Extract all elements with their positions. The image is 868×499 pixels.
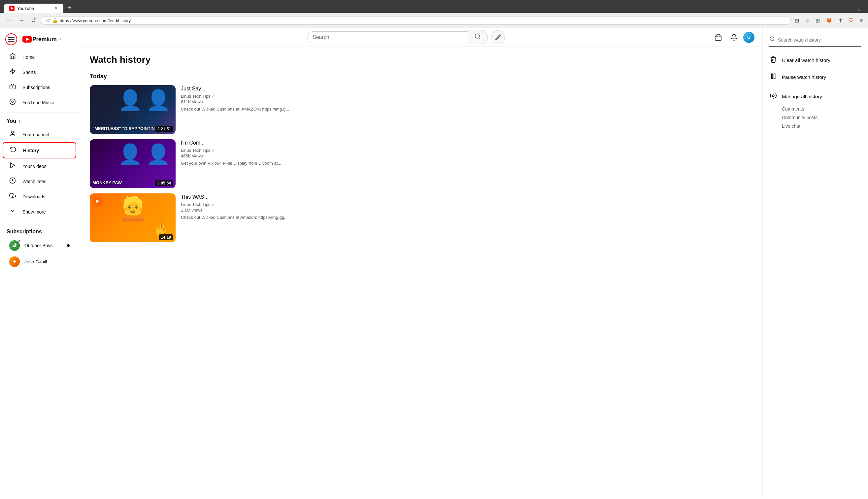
back-button[interactable]: ←: [4, 16, 14, 25]
svg-rect-2: [8, 37, 14, 38]
share-button[interactable]: ⬆: [837, 16, 844, 25]
video-description-2: Get your own Pixio64 Pixel Display from …: [181, 160, 752, 166]
right-panel: Clear all watch history Pause watch hist…: [762, 28, 868, 498]
video-title-2[interactable]: I'm Com...: [181, 139, 752, 147]
video-duration-1: 3:21:51: [156, 126, 173, 132]
sidebar-item-show-more[interactable]: Show more: [3, 204, 76, 219]
subscription-item-outdoor-boys[interactable]: 🏕 Outdoor Boys: [3, 238, 76, 254]
video-description-1: Check out Wicked Cushions at: AMAZON: ht…: [181, 106, 752, 112]
browser-toolbar: ← → ↺ 🛡 🔒 ⊞ ☆ ⊞ 🦊 ⬆ 🛡 ≡: [0, 13, 868, 28]
you-chevron-icon: ›: [19, 119, 21, 124]
sidebar-item-youtube-music-label: YouTube Music: [22, 100, 54, 105]
sidebar-item-watch-later[interactable]: Watch later: [3, 174, 76, 189]
extensions2-button[interactable]: ⊞: [814, 16, 821, 25]
svg-marker-20: [96, 200, 99, 203]
shield-button[interactable]: 🛡: [847, 16, 855, 25]
address-bar[interactable]: 🛡 🔒: [40, 16, 791, 25]
svg-rect-4: [8, 41, 14, 41]
section-date: Today: [90, 73, 752, 80]
history-search-bar: [769, 36, 861, 47]
pause-history-icon: [769, 73, 777, 82]
verified-icon-1: ✓: [211, 94, 215, 99]
menu-button[interactable]: ≡: [858, 16, 864, 25]
manage-history-button[interactable]: Manage all history: [769, 91, 861, 102]
pause-history-button[interactable]: Pause watch history: [769, 71, 861, 83]
video-views-2: 465K views: [181, 154, 752, 158]
video-thumbnail-3[interactable]: 👱 🖐 14:19: [90, 193, 175, 242]
hamburger-menu-button[interactable]: [5, 33, 17, 45]
svg-point-13: [12, 131, 14, 134]
extensions-button[interactable]: ⊞: [793, 16, 800, 25]
video-title-3[interactable]: This WAS...: [181, 193, 752, 200]
verified-icon-2: ✓: [211, 148, 215, 153]
clear-history-label: Clear all watch history: [782, 58, 830, 63]
sidebar-item-history-label: History: [23, 148, 39, 153]
browser-toolbar-actions: ⊞ ☆ ⊞ 🦊 ⬆ 🛡 ≡: [793, 16, 864, 25]
sidebar-item-home[interactable]: Home: [3, 49, 76, 64]
video-thumbnail-2[interactable]: 👤 👤 MONKEY PAW 3:05:54: [90, 139, 175, 188]
tab-dropdown-button[interactable]: ⌄: [855, 5, 864, 13]
new-tab-button[interactable]: +: [65, 3, 74, 13]
thumbnail-person-3: 👱: [119, 195, 147, 222]
verified-icon-3: ✓: [211, 202, 215, 207]
app-container: Premium IN Home Shorts: [0, 28, 868, 498]
video-channel-2[interactable]: Linus Tech Tips ✓: [181, 148, 752, 153]
svg-rect-23: [772, 74, 773, 79]
manage-history-label: Manage all history: [782, 94, 822, 99]
search-input[interactable]: [313, 34, 462, 40]
notifications-button[interactable]: [728, 31, 741, 44]
tab-close-button[interactable]: ✕: [54, 5, 58, 11]
security-icon: 🛡: [46, 18, 50, 23]
content-area: 🎤: [79, 28, 762, 498]
svg-marker-14: [11, 163, 14, 168]
clear-history-icon: [769, 56, 777, 65]
subscription-avatar-outdoor-boys: 🏕: [9, 240, 20, 251]
page-title: Watch history: [90, 54, 752, 65]
history-search-input[interactable]: [778, 37, 861, 42]
search-container: 🎤: [307, 30, 505, 44]
search-button[interactable]: [468, 30, 488, 44]
browser-tab-youtube[interactable]: YouTube ✕: [4, 4, 63, 13]
sidebar-item-watch-later-label: Watch later: [22, 179, 46, 184]
video-play-overlay-3: [93, 196, 103, 207]
voice-search-button[interactable]: 🎤: [491, 31, 505, 44]
table-row: 👤 👤 MONKEY PAW 3:05:54 I'm Com...: [90, 139, 752, 188]
manage-sub-item-community-posts[interactable]: Community posts: [782, 115, 861, 120]
url-input[interactable]: [60, 18, 786, 23]
manage-sub-item-live-chat[interactable]: Live chat: [782, 123, 861, 129]
sidebar-item-subscriptions[interactable]: Subscriptions: [3, 80, 76, 95]
video-channel-3[interactable]: Linus Tech Tips ✓: [181, 202, 752, 207]
subscription-name-josh-cahill: Josh Cahill: [24, 259, 47, 264]
subscription-avatar-josh-cahill: ✈: [9, 256, 20, 267]
sidebar-item-your-channel[interactable]: Your channel: [3, 127, 76, 142]
reload-button[interactable]: ↺: [29, 15, 38, 25]
subscriptions-section: Subscriptions 🏕 Outdoor Boys ✈ Josh Cahi…: [0, 225, 79, 271]
manage-sub-item-comments[interactable]: Comments: [782, 106, 861, 111]
sidebar-item-your-channel-label: Your channel: [22, 132, 49, 137]
forward-button[interactable]: →: [16, 16, 26, 25]
video-title-1[interactable]: Just Say...: [181, 85, 752, 93]
video-views-3: 1.1M views: [181, 208, 752, 212]
video-info-3: This WAS... Linus Tech Tips ✓ 1.1M views…: [181, 193, 752, 221]
svg-point-21: [770, 37, 774, 40]
youtube-music-icon: [9, 98, 16, 107]
create-button[interactable]: [711, 31, 725, 44]
lock-icon: 🔒: [52, 18, 58, 23]
sidebar-item-downloads[interactable]: Downloads: [3, 189, 76, 204]
video-duration-2: 3:05:54: [156, 180, 173, 186]
youtube-logo[interactable]: Premium IN: [22, 36, 61, 43]
user-avatar[interactable]: U: [743, 32, 755, 43]
star-button[interactable]: ☆: [804, 16, 811, 25]
clear-history-button[interactable]: Clear all watch history: [769, 54, 861, 66]
sidebar-item-history[interactable]: History: [3, 142, 76, 158]
subscription-item-josh-cahill[interactable]: ✈ Josh Cahill: [3, 254, 76, 270]
sidebar-item-shorts[interactable]: Shorts: [3, 65, 76, 80]
you-section-title[interactable]: You ›: [0, 115, 79, 127]
video-channel-1[interactable]: Linus Tech Tips ✓: [181, 94, 752, 99]
subscription-name-outdoor-boys: Outdoor Boys: [24, 243, 53, 248]
sidebar-item-youtube-music[interactable]: YouTube Music: [3, 95, 76, 110]
firefox-icon[interactable]: 🦊: [824, 16, 834, 25]
video-thumbnail-1[interactable]: 👤 👤 "MERITLESS" "DISAPPOINTIN 3:21:51: [90, 85, 175, 134]
sidebar-item-your-videos-label: Your videos: [22, 164, 47, 169]
sidebar-item-your-videos[interactable]: Your videos: [3, 159, 76, 174]
